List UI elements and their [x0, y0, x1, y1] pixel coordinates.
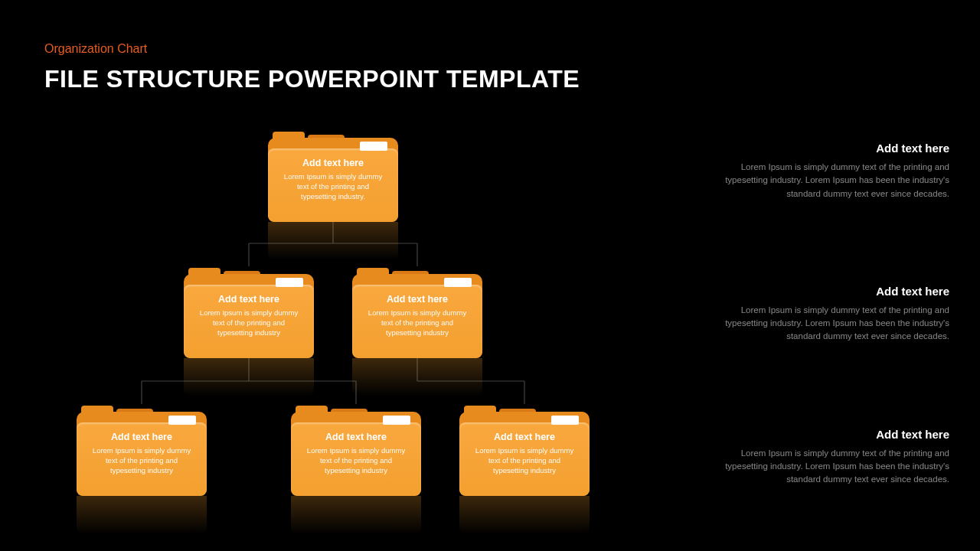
folder-body: Lorem Ipsum is simply dummy text of the … — [303, 446, 409, 475]
folder-body: Lorem Ipsum is simply dummy text of the … — [196, 308, 302, 337]
side-text-body: Lorem Ipsum is simply dummy text of the … — [704, 447, 949, 487]
folder-body: Lorem Ipsum is simply dummy text of the … — [89, 446, 194, 475]
folder-title: Add text here — [364, 294, 470, 305]
folder-node-bottom-mid: Add text here Lorem Ipsum is simply dumm… — [291, 404, 421, 496]
folder-title: Add text here — [472, 432, 577, 442]
paper-clip-icon — [360, 142, 387, 151]
paper-clip-icon — [383, 416, 410, 425]
paper-clip-icon — [551, 416, 579, 425]
paper-clip-icon — [276, 278, 303, 287]
folder-reflection — [184, 358, 314, 396]
folder-node-bottom-right: Add text here Lorem Ipsum is simply dumm… — [459, 404, 590, 496]
side-text-item: Add text here Lorem Ipsum is simply dumm… — [704, 285, 949, 344]
folder-reflection — [352, 358, 482, 396]
side-text-title: Add text here — [704, 142, 949, 155]
paper-clip-icon — [444, 278, 472, 287]
diagram-canvas: Add text here Lorem Ipsum is simply dumm… — [0, 0, 689, 551]
folder-body: Lorem Ipsum is simply dummy text of the … — [280, 172, 386, 201]
side-text-item: Add text here Lorem Ipsum is simply dumm… — [704, 428, 949, 487]
folder-title: Add text here — [89, 432, 194, 442]
side-text-title: Add text here — [704, 428, 949, 441]
side-text-body: Lorem Ipsum is simply dummy text of the … — [704, 304, 949, 344]
side-text-item: Add text here Lorem Ipsum is simply dumm… — [704, 142, 949, 201]
folder-reflection — [291, 496, 421, 534]
folder-node-top: Add text here Lorem Ipsum is simply dumm… — [268, 130, 398, 222]
side-text-body: Lorem Ipsum is simply dummy text of the … — [704, 161, 949, 201]
folder-reflection — [459, 496, 590, 534]
side-text-title: Add text here — [704, 285, 949, 298]
folder-node-mid-left: Add text here Lorem Ipsum is simply dumm… — [184, 266, 314, 358]
folder-title: Add text here — [196, 294, 302, 305]
paper-clip-icon — [168, 416, 196, 425]
folder-title: Add text here — [280, 158, 386, 168]
folder-body: Lorem Ipsum is simply dummy text of the … — [364, 308, 470, 337]
folder-title: Add text here — [303, 432, 409, 442]
folder-body: Lorem Ipsum is simply dummy text of the … — [472, 446, 577, 475]
folder-reflection — [268, 222, 398, 260]
folder-node-bottom-left: Add text here Lorem Ipsum is simply dumm… — [77, 404, 207, 496]
side-text-column: Add text here Lorem Ipsum is simply dumm… — [704, 142, 949, 486]
folder-reflection — [77, 496, 207, 534]
folder-node-mid-right: Add text here Lorem Ipsum is simply dumm… — [352, 266, 482, 358]
